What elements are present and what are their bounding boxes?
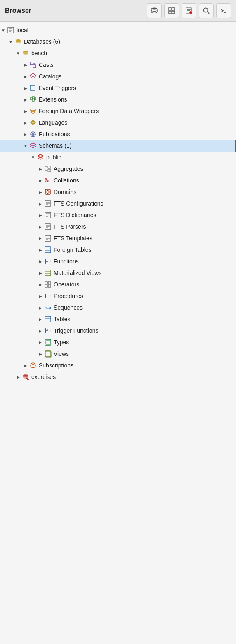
search-button[interactable] bbox=[199, 3, 214, 18]
chevron-eventtriggers[interactable] bbox=[22, 85, 29, 91]
tree-item-ftsconf[interactable]: FTS Configurations bbox=[0, 198, 236, 209]
tree-item-foreigntables[interactable]: Foreign Tables bbox=[0, 244, 236, 256]
grid-button[interactable] bbox=[164, 3, 179, 18]
tree-item-publications[interactable]: Publications bbox=[0, 128, 236, 140]
label-foreigntables: Foreign Tables bbox=[54, 246, 92, 253]
chevron-schemas[interactable] bbox=[22, 142, 29, 149]
fts-icon bbox=[44, 199, 52, 208]
chevron-extensions[interactable] bbox=[22, 96, 29, 103]
tree-item-views[interactable]: Views bbox=[0, 348, 236, 360]
svg-rect-76 bbox=[45, 316, 51, 322]
tree-item-aggregates[interactable]: Aggregates bbox=[0, 163, 236, 175]
tree-item-languages[interactable]: Languages bbox=[0, 117, 236, 128]
tree-item-catalogs[interactable]: Catalogs bbox=[0, 71, 236, 82]
tree-item-databases[interactable]: Databases (6) bbox=[0, 36, 236, 47]
chevron-ftstmpl[interactable] bbox=[37, 235, 44, 242]
chevron-subscriptions[interactable] bbox=[22, 362, 29, 369]
pub-icon bbox=[29, 130, 37, 138]
tree-item-ftstmpl[interactable]: FTS Templates bbox=[0, 232, 236, 244]
svg-rect-2 bbox=[172, 8, 175, 10]
chevron-ftsdict[interactable] bbox=[37, 212, 44, 218]
label-local: local bbox=[17, 27, 28, 33]
chevron-fdw[interactable] bbox=[22, 108, 29, 114]
browser-tree: localDatabases (6)benchCastsCatalogsEven… bbox=[0, 22, 236, 644]
svg-line-31 bbox=[33, 112, 35, 114]
table-icon bbox=[44, 246, 52, 254]
matview-icon bbox=[44, 269, 52, 277]
svg-rect-72 bbox=[48, 285, 51, 287]
tree-item-ftsparser[interactable]: FTS Parsers bbox=[0, 221, 236, 232]
tree-item-ftsdict[interactable]: FTS Dictionaries bbox=[0, 209, 236, 221]
grid-icon bbox=[168, 7, 175, 14]
chevron-domains[interactable] bbox=[37, 189, 44, 195]
chevron-matviews[interactable] bbox=[37, 270, 44, 276]
tree-item-matviews[interactable]: Materialized Views bbox=[0, 267, 236, 279]
chevron-local[interactable] bbox=[0, 27, 7, 33]
tree-item-subscriptions[interactable]: Subscriptions bbox=[0, 360, 236, 371]
tree-item-types[interactable]: Types bbox=[0, 336, 236, 348]
tree-item-triggerfuncs[interactable]: Trigger Functions bbox=[0, 325, 236, 336]
ext-icon bbox=[29, 95, 37, 104]
terminal-button[interactable] bbox=[216, 3, 231, 18]
tree-item-eventtriggers[interactable]: Event Triggers bbox=[0, 82, 236, 94]
chevron-functions[interactable] bbox=[37, 258, 44, 265]
fts-icon bbox=[44, 223, 52, 231]
chevron-casts[interactable] bbox=[22, 62, 29, 68]
chevron-sequences[interactable] bbox=[37, 304, 44, 311]
tree-item-collations[interactable]: A↓BCollations bbox=[0, 175, 236, 186]
chevron-ftsconf[interactable] bbox=[37, 200, 44, 207]
coll-icon: A↓B bbox=[44, 176, 52, 185]
tree-item-local[interactable]: local bbox=[0, 24, 236, 36]
svg-rect-38 bbox=[48, 166, 51, 168]
tree-item-extensions[interactable]: Extensions bbox=[0, 94, 236, 105]
svg-rect-69 bbox=[45, 282, 47, 284]
chevron-tables[interactable] bbox=[37, 316, 44, 322]
browser-panel: Browser bbox=[0, 0, 236, 644]
toolbar: Browser bbox=[0, 0, 236, 22]
chevron-languages[interactable] bbox=[22, 119, 29, 126]
chevron-databases[interactable] bbox=[7, 38, 14, 45]
label-aggregates: Aggregates bbox=[54, 166, 83, 172]
label-schemas: Schemas (1) bbox=[39, 142, 71, 149]
db-icon bbox=[14, 38, 22, 46]
tree-item-fdw[interactable]: Foreign Data Wrappers bbox=[0, 105, 236, 117]
chevron-publications[interactable] bbox=[22, 131, 29, 137]
tree-item-schemas[interactable]: Schemas (1) bbox=[0, 140, 236, 152]
🐘-icon bbox=[7, 26, 15, 34]
event-icon bbox=[29, 84, 37, 92]
chevron-triggerfuncs[interactable] bbox=[37, 327, 44, 334]
filter-button[interactable] bbox=[182, 3, 196, 18]
svg-rect-71 bbox=[45, 285, 47, 287]
svg-rect-1 bbox=[169, 8, 171, 10]
chevron-public[interactable] bbox=[30, 154, 36, 161]
chevron-views[interactable] bbox=[37, 350, 44, 357]
tree-item-bench[interactable]: bench bbox=[0, 47, 236, 59]
chevron-foreigntables[interactable] bbox=[37, 246, 44, 253]
chevron-operators[interactable] bbox=[37, 281, 44, 288]
label-triggerfuncs: Trigger Functions bbox=[54, 327, 98, 334]
chevron-collations[interactable] bbox=[37, 177, 44, 184]
tree-item-casts[interactable]: Casts bbox=[0, 59, 236, 71]
tree-item-domains[interactable]: Domains bbox=[0, 186, 236, 198]
label-exercises: exercises bbox=[31, 374, 56, 380]
browser-title: Browser bbox=[5, 7, 144, 14]
chevron-ftsparser[interactable] bbox=[37, 223, 44, 230]
tree-item-procedures[interactable]: Procedures bbox=[0, 290, 236, 302]
exercises-icon bbox=[21, 373, 30, 381]
tree-item-operators[interactable]: Operators bbox=[0, 279, 236, 290]
chevron-exercises[interactable] bbox=[15, 374, 21, 380]
tree-item-public[interactable]: public bbox=[0, 152, 236, 163]
chevron-types[interactable] bbox=[37, 339, 44, 346]
chevron-bench[interactable] bbox=[15, 50, 21, 57]
svg-line-12 bbox=[208, 12, 210, 14]
chevron-aggregates[interactable] bbox=[37, 166, 44, 172]
db-button[interactable] bbox=[147, 3, 162, 18]
tree-item-exercises[interactable]: exercises bbox=[0, 371, 236, 383]
chevron-catalogs[interactable] bbox=[22, 73, 29, 80]
label-sequences: Sequences bbox=[54, 304, 83, 311]
tree-item-tables[interactable]: Tables bbox=[0, 313, 236, 325]
tree-item-sequences[interactable]: 1..3Sequences bbox=[0, 302, 236, 313]
svg-rect-83 bbox=[45, 351, 51, 357]
tree-item-functions[interactable]: Functions bbox=[0, 256, 236, 267]
chevron-procedures[interactable] bbox=[37, 293, 44, 299]
